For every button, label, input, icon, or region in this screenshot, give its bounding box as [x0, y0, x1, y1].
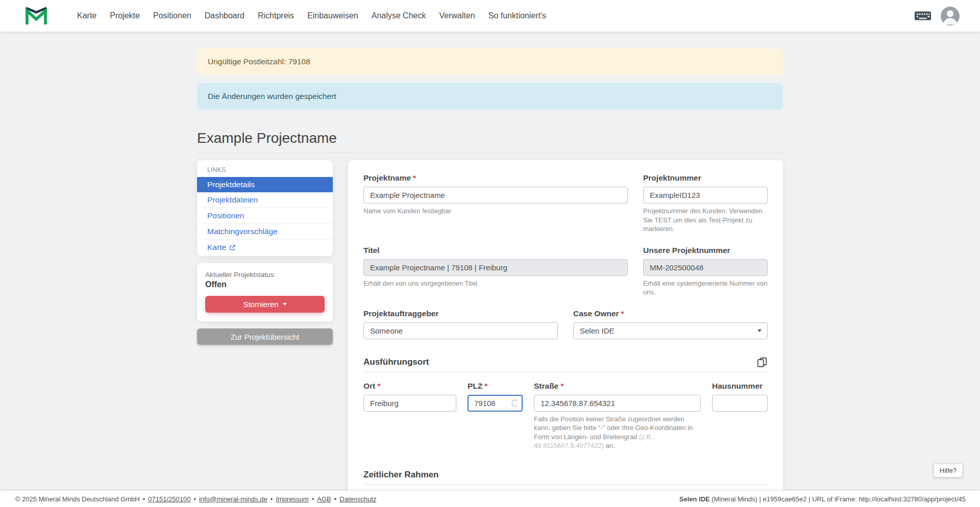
section-divider — [363, 484, 768, 485]
sidebar-item-karte[interactable]: Karte — [197, 240, 333, 255]
case-owner-select[interactable] — [573, 322, 768, 339]
projektauftraggeber-label: Projektauftraggeber — [363, 309, 558, 318]
unsere-projektnummer-help: Erhält eine systemgenerierte Nummer von … — [643, 279, 768, 297]
titel-field: Titel Erhält den von uns vorgegebenen Ti… — [363, 246, 628, 297]
titel-label: Titel — [363, 246, 628, 255]
projektnummer-input[interactable] — [643, 187, 768, 204]
separator-dot: • — [271, 495, 273, 503]
sidebar-item-matchingvorschlaege[interactable]: Matchingvorschläge — [197, 224, 333, 240]
nav-item-dashboard[interactable]: Dashboard — [198, 6, 251, 26]
plz-field: PLZ* — [468, 382, 523, 450]
sidebar-item-label: Karte — [207, 243, 226, 252]
project-status-value: Offen — [205, 280, 325, 289]
separator-dot: • — [143, 495, 145, 503]
strasse-field: Straße* Falls die Position keiner Straße… — [534, 382, 701, 450]
separator-dot: • — [334, 495, 337, 503]
email-link[interactable]: info@mineral-minds.de — [199, 495, 267, 503]
links-header: LINKS — [197, 160, 333, 177]
sidebar-item-label: Positionen — [207, 211, 244, 220]
zur-projektuebersicht-button[interactable]: Zur Projektübersicht — [197, 328, 333, 345]
ort-label: Ort* — [363, 382, 456, 391]
session-details: (Mineral Minds) | e1959cae65e2 | URL of … — [710, 495, 966, 503]
nav-item-so-funktionierts[interactable]: So funktioniert's — [482, 6, 553, 26]
sidebar-item-label: Matchingvorschläge — [207, 227, 278, 236]
sidebar-item-positionen[interactable]: Positionen — [197, 208, 333, 224]
info-alert-text: Die Änderungen wurden gespeichert — [208, 92, 336, 100]
project-status-label: Aktueller Projektstatus: — [205, 271, 325, 278]
session-info: Selen IDE (Mineral Minds) | e1959cae65e2… — [679, 495, 966, 503]
nav-item-verwalten[interactable]: Verwalten — [432, 6, 481, 26]
warning-alert: Ungültige Postleitzahl: 79108 — [197, 48, 783, 75]
section-divider — [363, 372, 768, 372]
strasse-help: Falls die Position keiner Straße zugeord… — [534, 415, 701, 450]
sidebar-item-projektdateien[interactable]: Projektdateien — [197, 192, 333, 208]
zur-projektuebersicht-label: Zur Projektübersicht — [231, 333, 299, 341]
required-asterisk: * — [484, 382, 487, 390]
unsere-projektnummer-field: Unsere Projektnummer Erhält eine systemg… — [643, 246, 768, 297]
sidebar-item-projektdetails[interactable]: Projektdetails — [197, 177, 333, 192]
external-link-icon — [229, 244, 236, 251]
projektname-help: Name vom Kunden festlegbar — [363, 207, 628, 216]
info-alert: Die Änderungen wurden gespeichert — [197, 83, 783, 110]
copyright-text: © 2025 Mineral Minds Deutschland GmbH — [15, 495, 140, 503]
hausnummer-label: Hausnummer — [712, 382, 768, 391]
mineral-minds-logo-icon — [24, 5, 48, 27]
strasse-label: Straße* — [534, 382, 701, 391]
nav-item-karte[interactable]: Karte — [70, 6, 103, 26]
user-avatar[interactable] — [941, 7, 960, 26]
title-divider — [197, 153, 783, 153]
page-footer: © 2025 Mineral Minds Deutschland GmbH • … — [0, 491, 980, 507]
nav-item-einbauweisen[interactable]: Einbauweisen — [301, 6, 365, 26]
session-user: Selen IDE — [679, 495, 710, 503]
case-owner-select-value[interactable] — [573, 322, 768, 339]
agb-link[interactable]: AGB — [317, 495, 331, 503]
page-title: Example Projectname — [197, 130, 783, 146]
required-asterisk: * — [377, 382, 380, 390]
plz-label: PLZ* — [468, 382, 523, 391]
strasse-input[interactable] — [534, 395, 701, 412]
unsere-projektnummer-label: Unsere Projektnummer — [643, 246, 768, 255]
impressum-link[interactable]: Impressum — [276, 495, 308, 503]
project-details-form: Projektname* Name vom Kunden festlegbar … — [348, 160, 783, 507]
separator-dot: • — [312, 495, 314, 503]
nav-item-projekte[interactable]: Projekte — [103, 6, 146, 26]
projektauftraggeber-field: Projektauftraggeber — [363, 309, 558, 339]
phone-link[interactable]: 07151/250100 — [148, 495, 190, 503]
help-button[interactable]: Hilfe? — [934, 464, 963, 477]
case-owner-field: Case Owner* — [573, 309, 768, 339]
titel-help: Erhält den von uns vorgegebenen Titel. — [363, 279, 628, 288]
unsere-projektnummer-input — [643, 259, 768, 276]
stornieren-button[interactable]: Stornieren — [205, 296, 325, 313]
projektname-input[interactable] — [363, 187, 628, 204]
warning-alert-text: Ungültige Postleitzahl: 79108 — [208, 57, 310, 66]
nav-item-analyse-check[interactable]: Analyse Check — [365, 6, 433, 26]
stornieren-button-label: Stornieren — [243, 300, 278, 309]
required-asterisk: * — [413, 173, 416, 182]
links-card: LINKS Projektdetails Projektdateien Posi… — [197, 160, 333, 256]
ort-input[interactable] — [363, 395, 456, 412]
sidebar-item-label: Projektdetails — [207, 180, 255, 189]
case-owner-label: Case Owner* — [573, 309, 768, 318]
main-nav: Karte Projekte Positionen Dashboard Rich… — [70, 6, 553, 26]
projektnummer-help: Projektnummer des Kunden. Verwenden Sie … — [643, 207, 768, 234]
chevron-down-icon — [757, 329, 762, 332]
datenschutz-link[interactable]: Datenschutz — [339, 495, 376, 503]
nav-item-richtpreis[interactable]: Richtpreis — [251, 6, 301, 26]
projektnummer-label: Projektnummer — [643, 173, 768, 183]
nav-item-positionen[interactable]: Positionen — [146, 6, 198, 26]
section-zeitlicher-rahmen-title: Zeitlicher Rahmen — [363, 470, 438, 480]
copy-icon[interactable] — [756, 357, 768, 368]
top-navbar: Karte Projekte Positionen Dashboard Rich… — [0, 0, 980, 32]
projektauftraggeber-input[interactable] — [363, 322, 558, 339]
projektnummer-field: Projektnummer Projektnummer des Kunden. … — [643, 173, 768, 234]
hausnummer-field: Hausnummer — [712, 382, 768, 450]
separator-dot: • — [193, 495, 196, 503]
hausnummer-input[interactable] — [712, 395, 768, 412]
project-sidebar: LINKS Projektdetails Projektdateien Posi… — [197, 160, 333, 345]
titel-input — [363, 259, 628, 276]
ort-field: Ort* — [363, 382, 456, 450]
caret-down-icon — [283, 303, 287, 306]
brand-logo[interactable] — [24, 5, 48, 27]
sidebar-item-label: Projektdateien — [207, 195, 258, 205]
keyboard-icon[interactable] — [914, 10, 932, 22]
